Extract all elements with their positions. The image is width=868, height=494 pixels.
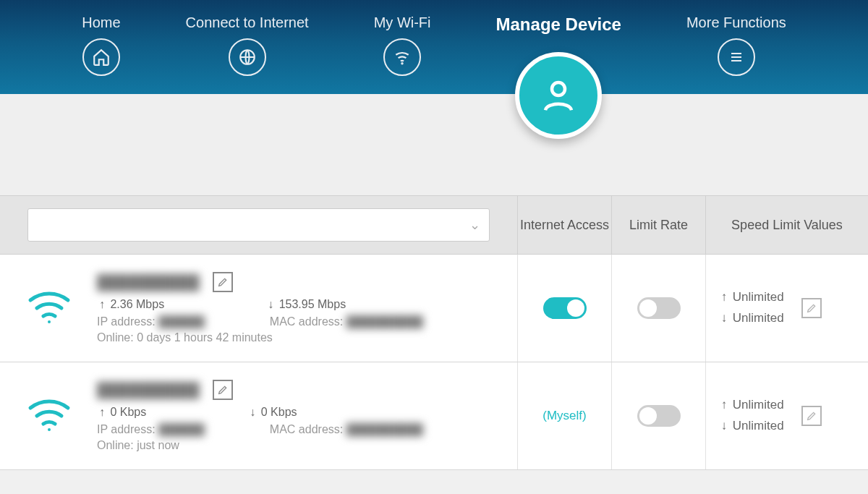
internet-access-cell: (Myself) <box>517 255 611 362</box>
online-line: Online: just now <box>97 439 490 452</box>
limit-rate-cell <box>611 362 705 469</box>
arrow-up-icon: ↑ <box>719 287 729 308</box>
wifi-signal-icon <box>26 396 72 435</box>
upload-speed: 2.36 Mbps <box>110 298 164 310</box>
svg-point-4 <box>48 428 51 431</box>
table-header: ⌄ Internet Access Limit Rate Speed Limit… <box>0 195 868 255</box>
arrow-down-icon: ↓ <box>719 416 729 437</box>
sort-cell: ⌄ <box>0 196 517 254</box>
globe-icon <box>229 38 266 76</box>
speed-limit-values: ↑ Unlimited ↓ Unlimited <box>719 287 784 329</box>
device-row: ██████████ ↑ 2.36 Mbps ↓ 153.95 Mbps IP … <box>0 255 868 362</box>
edit-limit-icon[interactable] <box>801 298 822 318</box>
ip-address: ██████ <box>158 315 205 328</box>
col-limit-rate: Limit Rate <box>611 196 705 254</box>
svg-point-1 <box>401 63 402 64</box>
nav-label: Manage Device <box>496 14 621 35</box>
speed-line: ↑ 0 Kbps ↓ 0 Kbps <box>97 406 490 419</box>
home-icon <box>82 38 120 76</box>
limit-down: Unlimited <box>733 419 784 433</box>
limit-rate-toggle[interactable] <box>637 297 681 319</box>
online-line: Online: 0 days 1 hours 42 minutes <box>97 331 490 344</box>
mac-label: MAC address: <box>270 315 343 328</box>
online-label: Online: <box>97 331 134 344</box>
online-label: Online: <box>97 439 134 451</box>
menu-icon <box>718 38 755 76</box>
wifi-icon <box>383 38 421 76</box>
address-line: IP address: ██████ MAC address: ████████… <box>97 315 490 328</box>
mac-address: ██████████ <box>346 315 423 328</box>
wifi-signal-icon <box>26 289 72 328</box>
limit-up: Unlimited <box>733 290 784 304</box>
limit-down: Unlimited <box>733 311 784 325</box>
mac-label: MAC address: <box>270 423 343 435</box>
nav-manage-device[interactable]: Manage Device <box>496 14 621 132</box>
arrow-down-icon: ↓ <box>265 298 276 311</box>
limit-up: Unlimited <box>733 398 784 412</box>
arrow-up-icon: ↑ <box>97 298 107 311</box>
top-nav: Home Connect to Internet My Wi-Fi Manage… <box>0 0 868 94</box>
internet-access-toggle[interactable] <box>543 297 587 319</box>
svg-point-2 <box>552 82 565 95</box>
edit-limit-icon[interactable] <box>801 406 822 426</box>
upload-speed: 0 Kbps <box>110 406 146 418</box>
device-info: ██████████ ↑ 0 Kbps ↓ 0 Kbps IP address:… <box>97 380 490 452</box>
svg-point-3 <box>48 320 51 323</box>
download-speed: 0 Kbps <box>261 406 297 418</box>
speed-limit-cell: ↑ Unlimited ↓ Unlimited <box>705 255 868 362</box>
person-icon <box>515 52 602 139</box>
device-main: ██████████ ↑ 0 Kbps ↓ 0 Kbps IP address:… <box>0 362 517 469</box>
arrow-down-icon: ↓ <box>247 406 258 419</box>
nav-more[interactable]: More Functions <box>686 14 786 132</box>
nav-connect[interactable]: Connect to Internet <box>186 14 309 132</box>
limit-rate-toggle[interactable] <box>637 405 681 427</box>
device-info: ██████████ ↑ 2.36 Mbps ↓ 153.95 Mbps IP … <box>97 272 490 344</box>
myself-label: (Myself) <box>542 409 586 423</box>
nav-wifi[interactable]: My Wi-Fi <box>374 14 431 132</box>
nav-label: Home <box>82 14 120 31</box>
nav-label: More Functions <box>686 14 786 31</box>
nav-label: Connect to Internet <box>186 14 309 31</box>
nav-home[interactable]: Home <box>82 14 120 132</box>
edit-name-icon[interactable] <box>213 380 233 400</box>
device-name: ██████████ <box>97 382 200 399</box>
internet-access-cell: (Myself) <box>517 362 611 469</box>
ip-address: ██████ <box>158 423 205 435</box>
address-line: IP address: ██████ MAC address: ████████… <box>97 423 490 436</box>
ip-label: IP address: <box>97 423 156 435</box>
arrow-up-icon: ↑ <box>97 406 107 419</box>
speed-line: ↑ 2.36 Mbps ↓ 153.95 Mbps <box>97 298 490 311</box>
download-speed: 153.95 Mbps <box>279 298 346 310</box>
limit-rate-cell <box>611 255 705 362</box>
edit-name-icon[interactable] <box>213 272 233 292</box>
chevron-down-icon: ⌄ <box>469 217 480 233</box>
speed-limit-cell: ↑ Unlimited ↓ Unlimited <box>705 362 868 469</box>
arrow-up-icon: ↑ <box>719 395 729 416</box>
mac-address: ██████████ <box>346 423 423 435</box>
device-row: ██████████ ↑ 0 Kbps ↓ 0 Kbps IP address:… <box>0 362 868 470</box>
nav-row: Home Connect to Internet My Wi-Fi Manage… <box>82 0 786 132</box>
nav-label: My Wi-Fi <box>374 14 431 31</box>
arrow-down-icon: ↓ <box>719 308 729 329</box>
ip-label: IP address: <box>97 315 156 328</box>
col-internet-access: Internet Access <box>517 196 611 254</box>
online-duration: just now <box>137 439 179 451</box>
device-main: ██████████ ↑ 2.36 Mbps ↓ 153.95 Mbps IP … <box>0 255 517 362</box>
col-speed-limit: Speed Limit Values <box>705 196 868 254</box>
sort-dropdown[interactable]: ⌄ <box>27 208 490 242</box>
device-name: ██████████ <box>97 274 200 291</box>
online-duration: 0 days 1 hours 42 minutes <box>137 331 273 344</box>
speed-limit-values: ↑ Unlimited ↓ Unlimited <box>719 395 784 437</box>
